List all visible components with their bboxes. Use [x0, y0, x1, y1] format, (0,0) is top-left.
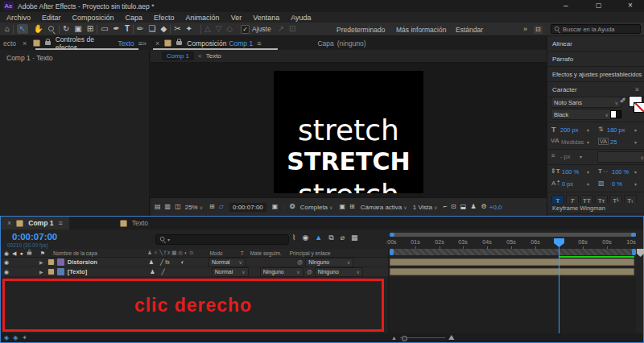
column-t[interactable]: T — [241, 250, 244, 256]
type-tool-icon[interactable]: T — [125, 25, 130, 33]
hand-tool-icon[interactable]: ✋ — [33, 25, 43, 33]
layer-mode-dropdown[interactable]: Normal∨ — [212, 267, 249, 277]
workspace-predeterminado[interactable]: Predeterminado — [336, 26, 385, 34]
baseline-shift-value[interactable]: 0 px — [562, 180, 573, 188]
layer-label-chip[interactable] — [48, 269, 54, 275]
composition-canvas[interactable]: stretch STRETCH stretch — [274, 71, 423, 193]
horizontal-scale-value[interactable]: 100 % — [612, 168, 629, 176]
tab-capa-label[interactable]: Capa — [317, 39, 333, 48]
tab-close-icon[interactable]: × — [7, 219, 11, 227]
menu-ventana[interactable]: Ventana — [247, 14, 285, 22]
minimize-button[interactable]: – — [564, 1, 568, 10]
workspace-manager-icon[interactable]: ⊡ — [534, 26, 543, 34]
tab-composition-label[interactable]: Composición — [187, 39, 226, 48]
panel-menu-icon[interactable]: ≡ — [257, 39, 261, 48]
stroke-color-swatch[interactable] — [634, 102, 644, 113]
shy-switch-icon[interactable]: ♟ — [149, 259, 154, 265]
menu-archivo[interactable]: Archivo — [0, 14, 36, 22]
flowchart-icon[interactable]: ♟ — [470, 204, 476, 210]
quality-switch-icon[interactable]: ╱ — [160, 259, 163, 265]
fx-switch-icon[interactable]: fx — [165, 259, 169, 265]
layer-row-distorsion[interactable]: ◉ ▶ Distorsion ♟ ╱ fx ◐ Normal∨ @ Ningun… — [1, 258, 388, 267]
character-menu-icon[interactable]: ≡ — [635, 86, 639, 93]
eraser-tool-icon[interactable]: ◆ — [160, 25, 167, 33]
horizontal-scale-chevron[interactable]: ▾ — [634, 169, 637, 175]
leading-value[interactable]: 180 px — [607, 126, 625, 134]
time-navigator[interactable] — [390, 233, 636, 237]
panel-menu-icon[interactable]: ≡ — [58, 219, 62, 227]
adjustment-switch-icon[interactable]: ◐ — [181, 259, 184, 265]
snap-checkbox[interactable]: ✓ — [241, 25, 250, 34]
layer-duration-bar-texto[interactable] — [390, 268, 634, 275]
workspace-overflow-chevron[interactable]: » — [523, 25, 527, 33]
stroke-width-value[interactable]: - px — [560, 153, 571, 160]
vertical-scale-chevron[interactable]: ▾ — [587, 169, 589, 175]
snapshot-icon[interactable]: ▣ — [272, 204, 279, 210]
home-icon[interactable]: ⌂ — [5, 25, 10, 33]
exposure-value[interactable]: +0,0 — [489, 204, 502, 211]
expand-in-out-icon[interactable]: ✦ — [22, 334, 27, 341]
mask-visibility-icon[interactable]: ⊞ — [349, 204, 355, 210]
layer-name[interactable]: Distorsion — [68, 258, 97, 266]
kerning-value[interactable]: Medidas — [561, 138, 584, 146]
work-area-bar[interactable] — [390, 249, 636, 255]
shape-tool-icon[interactable]: ▭ — [101, 25, 108, 33]
expand-transfer-controls-icon[interactable]: ◈ — [13, 334, 18, 341]
main-viewer-icon[interactable]: ▥ — [165, 204, 171, 210]
layer-matte-dropdown[interactable]: Ninguno∨ — [260, 267, 303, 277]
maximize-button[interactable]: ▢ — [596, 2, 602, 9]
menu-ayuda[interactable]: Ayuda — [285, 14, 316, 22]
menu-efecto[interactable]: Efecto — [148, 14, 180, 22]
layer-visibility-eye-icon[interactable]: ◉ — [4, 259, 9, 265]
view-layout-dropdown[interactable]: 1 Vista∨ — [413, 204, 438, 211]
snap-toggle[interactable]: ✓ Ajuste — [241, 25, 271, 34]
work-area-start-handle[interactable] — [390, 249, 394, 255]
tracking-value[interactable]: 25 — [610, 138, 617, 146]
close-button[interactable]: × — [628, 1, 633, 10]
shy-switch-icon[interactable]: ♟ — [150, 269, 155, 275]
channels-icon[interactable]: ❂ — [290, 204, 295, 210]
layer-expand-arrow-icon[interactable]: ▶ — [39, 260, 43, 265]
zoom-slider-handle[interactable] — [402, 336, 407, 341]
pickwhip-icon[interactable]: @ — [307, 269, 312, 275]
menu-composicion[interactable]: Composición — [67, 14, 120, 22]
menu-editar[interactable]: Editar — [36, 14, 67, 22]
column-mode[interactable]: Modo — [209, 250, 222, 256]
camera-tool-icon[interactable]: ▣ — [74, 25, 81, 33]
section-keyframe-wingman[interactable]: Keyframe Wingman — [547, 203, 644, 214]
transparency-grid-icon[interactable]: ▣ — [339, 204, 345, 210]
fast-previews-icon[interactable]: ⊡ — [451, 204, 456, 210]
section-parrafo[interactable]: Párrafo — [547, 52, 644, 67]
layer-expand-arrow-icon[interactable]: ▶ — [39, 270, 43, 275]
pickwhip-icon[interactable]: @ — [297, 259, 303, 265]
zoom-level-dropdown[interactable]: 25%∨ — [185, 204, 203, 211]
font-size-chevron[interactable]: ▾ — [587, 127, 589, 133]
orbit-tool-icon[interactable]: ↻ — [63, 25, 69, 33]
layer-parent-dropdown[interactable]: Ninguno∨ — [315, 267, 363, 277]
help-search-box[interactable]: Buscar en la Ayuda — [551, 24, 641, 34]
resolution-dropdown[interactable]: Completa∨ — [300, 204, 333, 211]
layer-parent-dropdown[interactable]: Ninguno∨ — [305, 258, 353, 267]
timeline-tab-texto[interactable]: Texto — [114, 217, 155, 229]
kerning-chevron[interactable]: ▾ — [587, 139, 589, 145]
region-of-interest-icon[interactable]: ▱ — [219, 204, 224, 210]
tab-effect-controls-target[interactable]: Texto — [118, 39, 134, 48]
safe-zones-icon[interactable]: ⊞ — [209, 204, 215, 210]
tracking-chevron[interactable]: ▾ — [634, 139, 637, 145]
work-area-end-handle[interactable] — [632, 249, 636, 255]
brush-tool-icon[interactable]: ✏ — [137, 25, 143, 33]
section-efectos[interactable]: Efectos y ajustes preestablecidos — [547, 67, 644, 82]
layer-label-chip[interactable] — [48, 259, 54, 265]
roto-brush-tool-icon[interactable]: ✂ — [174, 25, 180, 33]
column-matte[interactable]: Mate seguim. — [250, 250, 282, 256]
tab-overflow-chevron[interactable]: » — [142, 39, 147, 48]
vertical-scale-value[interactable]: 100 % — [562, 168, 579, 176]
column-parent[interactable]: Principal y enlace — [290, 250, 331, 256]
layer-mode-dropdown[interactable]: Normal∨ — [208, 258, 246, 267]
zoom-out-mountain-icon[interactable]: ▲ — [391, 335, 397, 341]
column-layer-name[interactable]: Nombre de la capa — [53, 250, 97, 256]
layer-visibility-eye-icon[interactable]: ◉ — [4, 269, 9, 275]
section-alinear[interactable]: Alinear — [547, 36, 644, 52]
selection-tool-icon[interactable]: ↖ — [17, 24, 28, 34]
zoom-in-mountain-icon[interactable]: ⛰ — [448, 333, 455, 342]
